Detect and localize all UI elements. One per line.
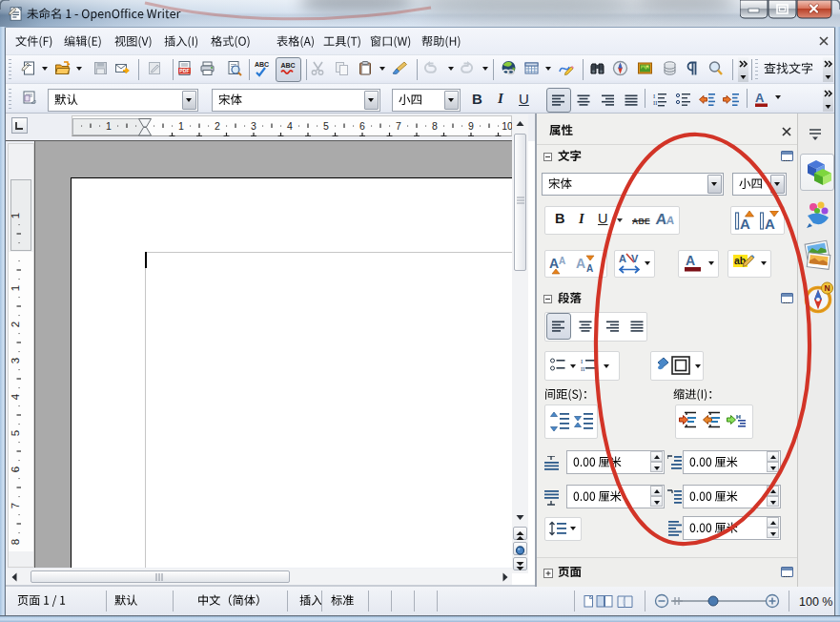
svg-text:A: A xyxy=(586,263,593,274)
svg-text:V: V xyxy=(631,253,639,264)
svg-text:A: A xyxy=(619,253,626,264)
svg-text:ABC: ABC xyxy=(281,62,296,69)
svg-text:3: 3 xyxy=(10,358,21,363)
svg-text:10: 10 xyxy=(502,120,512,132)
svg-text:2: 2 xyxy=(215,120,220,132)
svg-text:7: 7 xyxy=(396,120,401,132)
svg-text:1: 1 xyxy=(178,120,184,132)
svg-text:I: I xyxy=(653,93,655,99)
svg-text:9: 9 xyxy=(468,120,474,132)
svg-text:8: 8 xyxy=(10,539,21,545)
svg-text:A: A xyxy=(686,253,695,268)
svg-text:II: II xyxy=(653,99,657,106)
svg-text:5: 5 xyxy=(10,430,21,436)
svg-text:1: 1 xyxy=(106,120,112,132)
svg-text:A: A xyxy=(755,91,765,105)
svg-text:5: 5 xyxy=(323,120,329,132)
svg-text:3: 3 xyxy=(251,120,256,132)
svg-text:1: 1 xyxy=(10,285,21,291)
svg-text:I: I xyxy=(581,358,583,364)
svg-text:A: A xyxy=(559,256,565,266)
svg-text:A: A xyxy=(666,214,675,227)
svg-text:A: A xyxy=(576,256,585,271)
svg-text:4: 4 xyxy=(10,393,21,400)
svg-text:8: 8 xyxy=(432,120,438,132)
svg-text:4: 4 xyxy=(287,120,293,132)
svg-text:N: N xyxy=(824,283,830,293)
svg-text:A: A xyxy=(549,256,559,271)
svg-text:PDF: PDF xyxy=(179,68,189,73)
svg-text:6: 6 xyxy=(10,466,21,472)
svg-text:ABC: ABC xyxy=(255,61,269,68)
svg-text:II: II xyxy=(581,365,584,372)
svg-text:A: A xyxy=(740,216,750,232)
svg-text:A: A xyxy=(765,216,775,232)
svg-text:7: 7 xyxy=(10,503,21,508)
svg-text:6: 6 xyxy=(359,120,365,132)
svg-text:1: 1 xyxy=(10,213,21,218)
svg-text:2: 2 xyxy=(10,321,21,327)
